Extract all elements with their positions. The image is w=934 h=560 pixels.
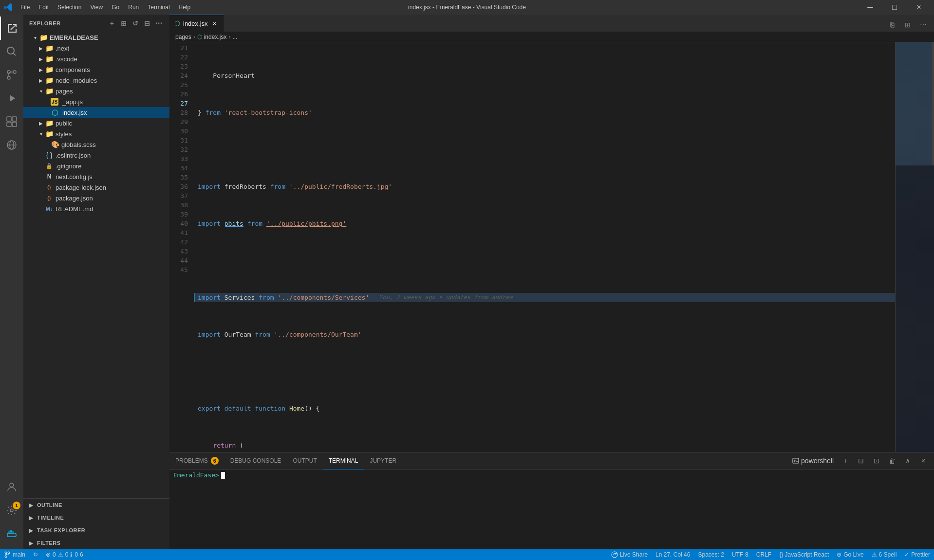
tab-debug-console[interactable]: DEBUG CONSOLE [224,452,287,470]
filters-label: FILTERS [37,540,61,546]
sidebar-item-vscode[interactable]: ▶ 📁 .vscode [23,54,169,64]
sync-status[interactable]: ↻ [29,549,42,560]
error-count: 0 [53,551,56,558]
settings-activity-icon[interactable]: 1 [0,499,23,522]
git-branch-status[interactable]: main [0,549,29,560]
terminal-maximize-button[interactable]: ⊡ [870,454,883,468]
menu-edit[interactable]: Edit [35,3,53,12]
line-ending-status[interactable]: CRLF [752,549,775,560]
sidebar-item-gitignore[interactable]: ▶ 🔒 .gitignore [23,161,169,171]
public-folder-icon: 📁 [45,119,54,127]
source-control-activity-icon[interactable] [0,63,23,87]
terminal-add-button[interactable]: + [839,454,852,468]
tab-bar: ⬡ index.jsx × ⎘ ⊞ ⋯ [169,15,934,32]
terminal-content[interactable]: EmeraldEase> [169,470,934,549]
breadcrumb-ellipsis[interactable]: ... [232,34,237,40]
breadcrumb-file[interactable]: index.jsx [204,34,227,40]
collapse-all-button[interactable]: ⊟ [142,18,152,28]
language-mode-status[interactable]: {} JavaScript React [775,549,833,560]
docker-activity-icon[interactable] [0,522,23,545]
sidebar-item-package-lock[interactable]: ▶ {} package-lock.json [23,182,169,193]
menu-help[interactable]: Help [175,3,195,12]
menu-view[interactable]: View [86,3,107,12]
menu-selection[interactable]: Selection [54,3,85,12]
new-file-button[interactable]: + [107,18,117,28]
svg-point-0 [7,47,14,54]
node-modules-label: node_modules [56,77,97,84]
package-lock-label: package-lock.json [56,184,106,191]
spell-check-icon: ⚠ [872,551,877,558]
menu-run[interactable]: Run [124,3,143,12]
window-title: index.jsx - EmeraldEase - Visual Studio … [408,4,526,11]
task-explorer-panel-header[interactable]: ▶ TASK EXPLORER [23,524,169,537]
sidebar-item-globals-scss[interactable]: ▶ 🎨 globals.scss [23,139,169,150]
root-folder-icon: 📁 [39,33,48,42]
menu-terminal[interactable]: Terminal [144,3,173,12]
sidebar-item-readme[interactable]: ▶ M↓ README.md [23,203,169,214]
prettier-label: Prettier [911,551,930,558]
sidebar-bottom: ▶ OUTLINE ▶ TIMELINE ▶ TASK EXPLORER ▶ F… [23,498,169,549]
tab-terminal[interactable]: TERMINAL [323,452,364,470]
sidebar-item-package-json[interactable]: ▶ {} package.json [23,193,169,203]
svg-rect-12 [7,533,16,537]
prettier-status[interactable]: ✓ Prettier [900,549,934,560]
refresh-button[interactable]: ↺ [131,18,140,28]
sidebar-item-eslint[interactable]: ▶ { } .eslintrc.json [23,150,169,161]
minimap-scrollbar[interactable] [932,42,934,165]
tab-problems[interactable]: PROBLEMS 6 [169,452,224,470]
remote-explorer-activity-icon[interactable] [0,133,23,157]
cursor-position-status[interactable]: Ln 27, Col 46 [652,549,694,560]
sidebar-item-pages[interactable]: ▾ 📁 pages [23,86,169,96]
split-editor-button[interactable]: ⎘ [885,18,899,32]
search-activity-icon[interactable] [0,40,23,63]
sidebar-item-styles[interactable]: ▾ 📁 styles [23,128,169,139]
encoding-status[interactable]: UTF-8 [728,549,752,560]
extensions-activity-icon[interactable] [0,110,23,133]
git-blame-text: You, 2 weeks ago • updates from andrea [379,293,513,302]
outline-panel-header[interactable]: ▶ OUTLINE [23,499,169,511]
sidebar-item-app-js[interactable]: ▶ JS _app.js [23,96,169,107]
breadcrumb-pages[interactable]: pages [175,34,191,40]
run-debug-activity-icon[interactable] [0,87,23,110]
menu-file[interactable]: File [17,3,34,12]
sidebar-item-public[interactable]: ▶ 📁 public [23,118,169,128]
sidebar-item-next[interactable]: ▶ 📁 .next [23,43,169,54]
account-activity-icon[interactable] [0,475,23,499]
more-actions-btn[interactable]: ⋯ [916,18,930,32]
terminal-kill-button[interactable]: 🗑 [885,454,899,468]
problems-status[interactable]: ⊗ 0 ⚠ 0 ℹ 0 6 [42,549,87,560]
root-folder[interactable]: ▾ 📁 EMERALDEASE [23,32,169,43]
terminal-close-button[interactable]: × [916,454,930,468]
tab-jupyter[interactable]: JUPYTER [364,452,402,470]
minimap [895,42,934,452]
maximize-button[interactable]: □ [883,0,906,15]
sidebar-item-components[interactable]: ▶ 📁 components [23,64,169,75]
breadcrumb-sep-2: › [228,34,230,40]
terminal-chevron-up[interactable]: ∧ [901,454,915,468]
tab-index-jsx[interactable]: ⬡ index.jsx × [169,15,224,32]
terminal-path: EmeraldEase> [173,471,219,479]
spell-check-status[interactable]: ⚠ 6 Spell [868,549,901,560]
explorer-activity-icon[interactable] [0,17,23,40]
filters-panel-header[interactable]: ▶ FILTERS [23,537,169,549]
terminal-split-button[interactable]: ⊟ [854,454,868,468]
new-folder-button[interactable]: ⊞ [119,18,129,28]
main-layout: 1 EXPLORER + ⊞ ↺ ⊟ ⋯ ▾ 📁 EMERALDEASE [0,15,934,549]
code-content[interactable]: PersonHeart } from 'react-bootstrap-icon… [194,42,895,452]
timeline-panel-header[interactable]: ▶ TIMELINE [23,511,169,524]
sidebar-item-next-config[interactable]: ▶ N next.config.js [23,171,169,182]
live-share-status[interactable]: Live Share [607,549,652,560]
menu-go[interactable]: Go [108,3,123,12]
sidebar-item-node-modules[interactable]: ▶ 📁 node_modules [23,75,169,86]
svg-point-1 [7,76,10,79]
toggle-panel-button[interactable]: ⊞ [901,18,915,32]
indentation-status[interactable]: Spaces: 2 [694,549,728,560]
close-button[interactable]: × [908,0,930,15]
more-actions-button[interactable]: ⋯ [154,18,164,28]
go-live-status[interactable]: ⊕ Go Live [833,549,867,560]
sidebar-item-index-jsx[interactable]: ▶ ⬡ index.jsx [23,107,169,118]
tab-close-button[interactable]: × [211,19,219,27]
minimize-button[interactable]: ─ [859,0,881,15]
tab-output[interactable]: OUTPUT [287,452,322,470]
code-editor[interactable]: 2122232425 2627282930 3132333435 3637383… [169,42,895,452]
